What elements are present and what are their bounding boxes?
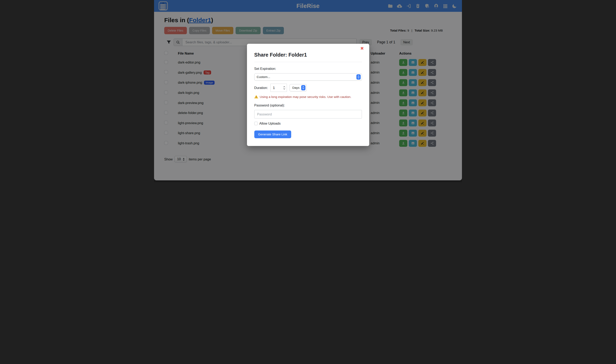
select-stepper-icon xyxy=(301,85,305,91)
close-icon[interactable]: ✖ xyxy=(360,46,364,51)
password-label: Password (optional): xyxy=(254,104,362,107)
expiration-warning: Using a long expiration may pose securit… xyxy=(254,95,362,99)
duration-unit-value: Days xyxy=(292,86,299,90)
password-field[interactable] xyxy=(254,110,362,118)
number-spinner-icon[interactable] xyxy=(283,86,286,90)
allow-uploads-checkbox[interactable] xyxy=(254,122,258,125)
duration-value: 1 xyxy=(273,86,283,90)
expiration-value: Custom... xyxy=(257,75,270,79)
modal-title: Share Folder: Folder1 xyxy=(254,52,362,58)
app-window: FileRise Files in (Folder1) Delete Files… xyxy=(154,0,462,182)
select-stepper-icon xyxy=(356,74,361,80)
modal-divider xyxy=(254,62,362,62)
duration-unit-select[interactable]: Days xyxy=(289,84,306,91)
share-folder-modal: ✖ Share Folder: Folder1 Set Expiration: … xyxy=(247,44,369,146)
expiration-select[interactable]: Custom... xyxy=(254,73,362,81)
duration-row: Duration: 1 Days xyxy=(254,84,362,92)
allow-uploads-row: Allow Uploads xyxy=(254,121,362,125)
duration-label: Duration: xyxy=(254,86,268,90)
allow-uploads-label: Allow Uploads xyxy=(260,121,281,125)
warning-triangle-icon xyxy=(254,95,258,99)
expiration-label: Set Expiration: xyxy=(254,67,362,71)
warning-text: Using a long expiration may pose securit… xyxy=(260,95,352,99)
generate-share-link-button[interactable]: Generate Share Link xyxy=(254,130,291,138)
duration-input[interactable]: 1 xyxy=(270,84,287,92)
